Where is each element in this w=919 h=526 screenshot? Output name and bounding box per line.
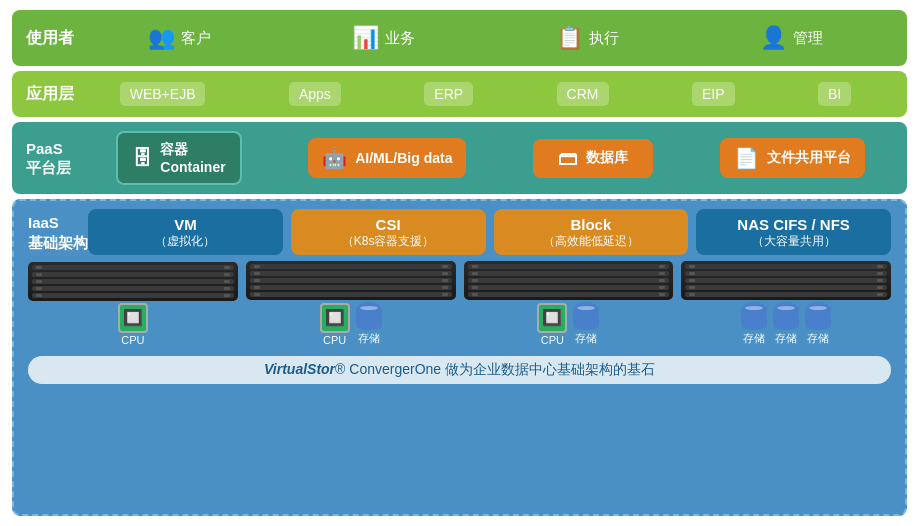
nas-title: NAS CIFS / NFS [737,216,850,233]
main-container: 使用者 👥 客户 📊 业务 📋 执行 👤 管理 应用层 WEB+EJB [0,0,919,526]
business-icon: 📊 [352,25,379,51]
db-icon: 🗃 [558,147,578,170]
server-icons-nas: 存储 存储 存储 [741,302,831,346]
block-title: Block [570,216,611,233]
users-label: 使用者 [26,28,78,49]
brand-name: VirtualStor [264,361,335,377]
brand-tagline: ® ConvergerOne 做为企业数据中心基础架构的基石 [335,361,655,377]
iaas-label: IaaS基础架构 [28,209,88,252]
db-label: 数据库 [586,149,628,167]
aiml-icon: 🤖 [322,146,347,170]
storage-label-nas1: 存储 [743,331,765,346]
execute-icon: 📋 [556,25,583,51]
storage-label-nas2: 存储 [775,331,797,346]
manage-label: 管理 [793,29,823,48]
server-group-block: 🔲 CPU 存储 [464,261,674,346]
server-group-nas: 存储 存储 存储 [681,261,891,346]
manage-icon: 👤 [760,25,787,51]
user-item-manage: 👤 管理 [760,25,823,51]
storage-wrap-nas2: 存储 [773,302,799,346]
cpu-label-vm: CPU [121,334,144,346]
storage-label-nas3: 存储 [807,331,829,346]
servers-row: 🔲 CPU 🔲 CPU 存 [28,261,891,346]
iaas-top: IaaS基础架构 VM （虚拟化） CSI （K8s容器支援） Block （高… [28,209,891,255]
cpu-label-csi: CPU [323,334,346,346]
storage-wrap-csi: 存储 [356,302,382,346]
app-item-web: WEB+EJB [120,82,206,106]
cpu-wrap-vm: 🔲 CPU [118,303,148,346]
storage-label-block: 存储 [575,331,597,346]
app-item-apps: Apps [289,82,341,106]
vm-sub: （虚拟化） [155,233,215,250]
paas-db: 🗃 数据库 [533,139,653,178]
container-label: 容器Container [160,141,225,175]
iaas-card-nas: NAS CIFS / NFS （大容量共用） [696,209,891,255]
storage-wrap-block: 存储 [573,302,599,346]
iaas-row: IaaS基础架构 VM （虚拟化） CSI （K8s容器支援） Block （高… [12,199,907,516]
user-item-business: 📊 业务 [352,25,415,51]
rack-vm [28,262,238,301]
vm-title: VM [174,216,197,233]
users-row: 使用者 👥 客户 📊 业务 📋 执行 👤 管理 [12,10,907,66]
paas-label: PaaS平台层 [26,139,78,178]
rack-block [464,261,674,300]
user-item-execute: 📋 执行 [556,25,619,51]
user-item-customer: 👥 客户 [148,25,211,51]
app-item-erp: ERP [424,82,473,106]
paas-items: 🗄 容器Container 🤖 AI/ML/Big data 🗃 数据库 📄 文… [88,131,893,185]
cpu-label-block: CPU [541,334,564,346]
customer-label: 客户 [181,29,211,48]
container-icon: 🗄 [132,147,152,170]
storage-wrap-nas3: 存储 [805,302,831,346]
nas-sub: （大容量共用） [752,233,836,250]
cpu-chip-csi: 🔲 [320,303,350,333]
paas-aiml: 🤖 AI/ML/Big data [308,138,466,178]
iaas-cards: VM （虚拟化） CSI （K8s容器支援） Block （高效能低延迟） NA… [88,209,891,255]
paas-container: 🗄 容器Container [116,131,241,185]
execute-label: 执行 [589,29,619,48]
paas-row: PaaS平台层 🗄 容器Container 🤖 AI/ML/Big data 🗃… [12,122,907,194]
cpu-wrap-csi: 🔲 CPU [320,303,350,346]
storage-drum-nas1 [741,302,767,330]
cpu-chip-vm: 🔲 [118,303,148,333]
server-icons-csi: 🔲 CPU 存储 [320,302,382,346]
cpu-wrap-block: 🔲 CPU [537,303,567,346]
business-label: 业务 [385,29,415,48]
storage-drum-block [573,302,599,330]
storage-label-csi: 存储 [358,331,380,346]
storage-drum-nas3 [805,302,831,330]
rack-csi [246,261,456,300]
app-layer-label: 应用层 [26,84,78,105]
storage-wrap-nas1: 存储 [741,302,767,346]
app-item-crm: CRM [557,82,609,106]
app-item-bi: BI [818,82,851,106]
app-item-eip: EIP [692,82,735,106]
csi-sub: （K8s容器支援） [342,233,435,250]
iaas-card-block: Block （高效能低延迟） [494,209,689,255]
iaas-card-csi: CSI （K8s容器支援） [291,209,486,255]
app-layer-row: 应用层 WEB+EJB Apps ERP CRM EIP BI [12,71,907,117]
bottom-bar: VirtualStor® ConvergerOne 做为企业数据中心基础架构的基… [28,356,891,384]
storage-drum-csi [356,302,382,330]
server-icons-block: 🔲 CPU 存储 [537,302,599,346]
storage-drum-nas2 [773,302,799,330]
csi-title: CSI [376,216,401,233]
block-sub: （高效能低延迟） [543,233,639,250]
server-group-csi: 🔲 CPU 存储 [246,261,456,346]
iaas-card-vm: VM （虚拟化） [88,209,283,255]
server-group-vm: 🔲 CPU [28,262,238,346]
rack-nas [681,261,891,300]
fileplatform-icon: 📄 [734,146,759,170]
aiml-label: AI/ML/Big data [355,150,452,166]
server-icons-vm: 🔲 CPU [118,303,148,346]
app-items: WEB+EJB Apps ERP CRM EIP BI [78,82,893,106]
fileplatform-label: 文件共用平台 [767,149,851,167]
paas-fileplatform: 📄 文件共用平台 [720,138,865,178]
users-items: 👥 客户 📊 业务 📋 执行 👤 管理 [78,25,893,51]
customer-icon: 👥 [148,25,175,51]
cpu-chip-block: 🔲 [537,303,567,333]
